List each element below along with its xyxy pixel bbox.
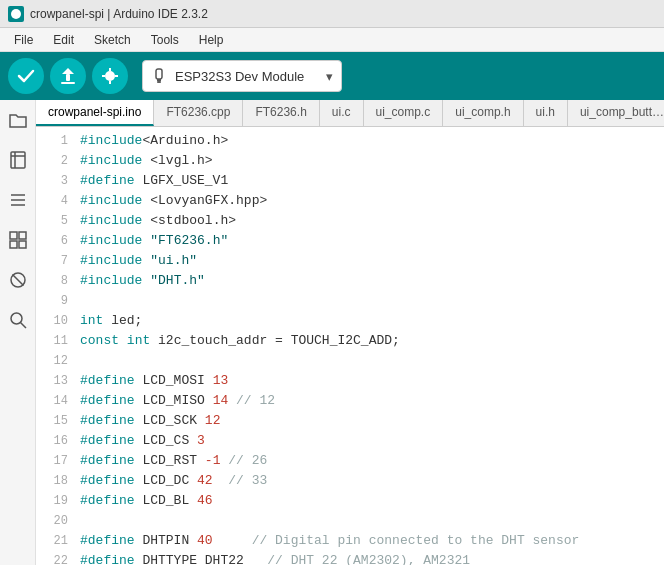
svg-rect-20 [19, 232, 26, 239]
board-name: ESP32S3 Dev Module [175, 69, 304, 84]
search-icon[interactable] [6, 308, 30, 332]
debug-button[interactable] [92, 58, 128, 94]
svg-point-0 [11, 9, 21, 19]
table-row: 6 #include "FT6236.h" [36, 231, 664, 251]
table-row: 5 #include <stdbool.h> [36, 211, 664, 231]
table-row: 8 #include "DHT.h" [36, 271, 664, 291]
dropdown-arrow-icon: ▾ [326, 69, 333, 84]
table-row: 11 const int i2c_touch_addr = TOUCH_I2C_… [36, 331, 664, 351]
tab-ui-compc[interactable]: ui_comp.c [364, 100, 444, 126]
library-icon[interactable] [6, 228, 30, 252]
table-row: 1 #include<Arduino.h> [36, 131, 664, 151]
menu-item-help[interactable]: Help [189, 31, 234, 49]
usb-icon [151, 67, 167, 86]
table-row: 18 #define LCD_DC 42 // 33 [36, 471, 664, 491]
tab-crowpanel-spi[interactable]: crowpanel-spi.ino [36, 100, 154, 126]
table-row: 12 [36, 351, 664, 371]
menu-bar: FileEditSketchToolsHelp [0, 28, 664, 52]
editor-area: crowpanel-spi.ino FT6236.cpp FT6236.h ui… [36, 100, 664, 565]
svg-line-24 [12, 275, 23, 286]
menu-item-tools[interactable]: Tools [141, 31, 189, 49]
svg-rect-13 [11, 152, 25, 168]
title-bar: crowpanel-spi | Arduino IDE 2.3.2 [0, 0, 664, 28]
code-editor[interactable]: 1 #include<Arduino.h> 2 #include <lvgl.h… [36, 127, 664, 565]
svg-point-4 [105, 71, 115, 81]
toolbar: ESP32S3 Dev Module ▾ [0, 52, 664, 100]
table-row: 21 #define DHTPIN 40 // Digital pin conn… [36, 531, 664, 551]
folder-icon[interactable] [6, 108, 30, 132]
svg-rect-9 [156, 69, 162, 79]
tab-ft6236cpp[interactable]: FT6236.cpp [154, 100, 243, 126]
table-row: 22 #define DHTTYPE DHT22 // DHT 22 (AM23… [36, 551, 664, 565]
table-row: 3 #define LGFX_USE_V1 [36, 171, 664, 191]
main-content: crowpanel-spi.ino FT6236.cpp FT6236.h ui… [0, 100, 664, 565]
window-title: crowpanel-spi | Arduino IDE 2.3.2 [30, 7, 208, 21]
table-row: 7 #include "ui.h" [36, 251, 664, 271]
svg-rect-21 [10, 241, 17, 248]
table-row: 13 #define LCD_MOSI 13 [36, 371, 664, 391]
table-row: 15 #define LCD_SCK 12 [36, 411, 664, 431]
sidebar [0, 100, 36, 565]
tab-ft6236h[interactable]: FT6236.h [243, 100, 319, 126]
svg-rect-10 [157, 79, 161, 81]
table-row: 9 [36, 291, 664, 311]
table-row: 19 #define LCD_BL 46 [36, 491, 664, 511]
svg-marker-1 [62, 68, 74, 74]
svg-rect-22 [19, 241, 26, 248]
tab-ui-comp-butt[interactable]: ui_comp_butt… [568, 100, 664, 126]
menu-item-file[interactable]: File [4, 31, 43, 49]
svg-rect-3 [61, 82, 75, 84]
tab-uic[interactable]: ui.c [320, 100, 364, 126]
tab-bar: crowpanel-spi.ino FT6236.cpp FT6236.h ui… [36, 100, 664, 127]
upload-button[interactable] [50, 58, 86, 94]
svg-point-25 [11, 313, 22, 324]
book-icon[interactable] [6, 148, 30, 172]
table-row: 20 [36, 511, 664, 531]
board-selector[interactable]: ESP32S3 Dev Module ▾ [142, 60, 342, 92]
verify-button[interactable] [8, 58, 44, 94]
ban-icon[interactable] [6, 268, 30, 292]
layers-icon[interactable] [6, 188, 30, 212]
svg-line-26 [20, 323, 26, 329]
table-row: 2 #include <lvgl.h> [36, 151, 664, 171]
app-icon [8, 6, 24, 22]
tab-uih[interactable]: ui.h [524, 100, 568, 126]
table-row: 10 int led; [36, 311, 664, 331]
svg-rect-2 [66, 74, 70, 81]
menu-item-edit[interactable]: Edit [43, 31, 84, 49]
table-row: 17 #define LCD_RST -1 // 26 [36, 451, 664, 471]
svg-rect-19 [10, 232, 17, 239]
tab-ui-comph[interactable]: ui_comp.h [443, 100, 523, 126]
menu-item-sketch[interactable]: Sketch [84, 31, 141, 49]
table-row: 16 #define LCD_CS 3 [36, 431, 664, 451]
table-row: 4 #include <LovyanGFX.hpp> [36, 191, 664, 211]
table-row: 14 #define LCD_MISO 14 // 12 [36, 391, 664, 411]
